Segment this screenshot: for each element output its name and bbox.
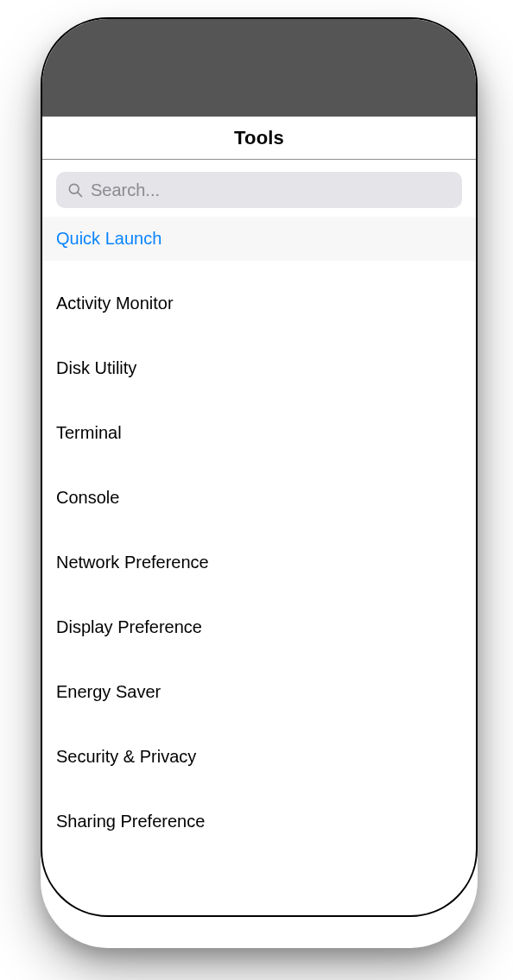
list-item-terminal[interactable]: Terminal [42, 411, 476, 455]
list-item-label: Network Preference [56, 553, 209, 572]
search-input[interactable] [89, 180, 452, 201]
list-item-label: Activity Monitor [56, 294, 174, 313]
list-item-sharing-preference[interactable]: Sharing Preference [42, 800, 476, 844]
list-item-label: Security & Privacy [56, 747, 196, 766]
list-item-label: Energy Saver [56, 682, 161, 701]
list-item-activity-monitor[interactable]: Activity Monitor [42, 281, 476, 326]
search-field[interactable] [56, 172, 462, 208]
device-frame: Tools Quick Launch Activity Monitor Disk… [41, 17, 478, 917]
tools-list: Quick Launch Activity Monitor Disk Utili… [42, 217, 476, 844]
list-item-display-preference[interactable]: Display Preference [42, 605, 476, 649]
list-item-console[interactable]: Console [42, 476, 476, 520]
list-item-network-preference[interactable]: Network Preference [42, 541, 476, 585]
app-stage: Tools Quick Launch Activity Monitor Disk… [0, 0, 513, 980]
svg-line-1 [78, 193, 82, 197]
list-item-security-privacy[interactable]: Security & Privacy [42, 735, 476, 779]
nav-bar: Tools [42, 117, 476, 160]
list-item-label: Disk Utility [56, 358, 136, 377]
list-item-label: Console [56, 488, 119, 507]
list-item-label: Sharing Preference [56, 812, 205, 831]
list-item-energy-saver[interactable]: Energy Saver [42, 670, 476, 714]
list-item-label: Terminal [56, 423, 122, 442]
list-item-label: Display Preference [56, 617, 202, 636]
search-container [42, 160, 476, 217]
list-item-quick-launch[interactable]: Quick Launch [42, 217, 476, 261]
device-status-area [42, 19, 476, 117]
page-title: Tools [234, 127, 284, 149]
search-icon [66, 181, 84, 199]
list-item-label: Quick Launch [56, 229, 162, 248]
list-item-disk-utility[interactable]: Disk Utility [42, 346, 476, 390]
